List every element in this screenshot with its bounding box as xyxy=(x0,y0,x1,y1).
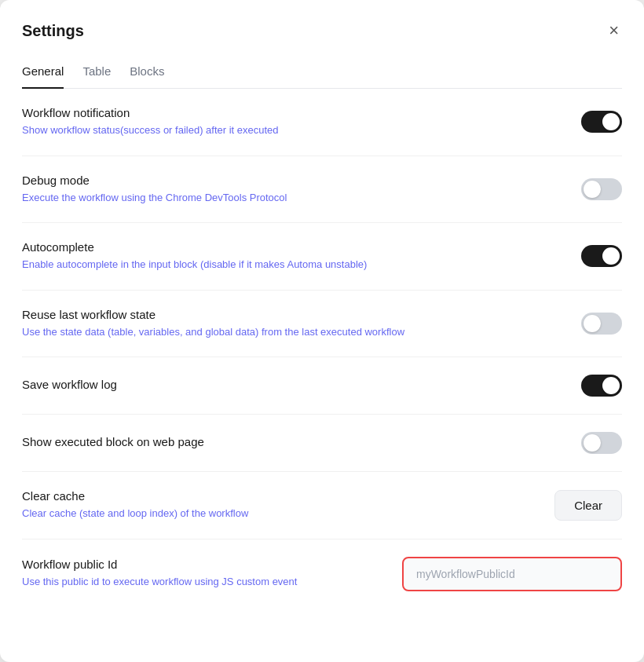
toggle-container-show-executed-block xyxy=(581,432,622,454)
modal-header: Settings × xyxy=(22,19,622,42)
toggle-slider-debug-mode xyxy=(581,178,622,200)
setting-title-workflow-public-id: Workflow public Id xyxy=(22,558,383,571)
setting-desc-debug-mode: Execute the workflow using the Chrome De… xyxy=(22,190,562,206)
setting-title-show-executed-block: Show executed block on web page xyxy=(22,435,562,448)
tab-blocks[interactable]: Blocks xyxy=(130,58,164,89)
setting-row-debug-mode: Debug mode Execute the workflow using th… xyxy=(22,156,622,224)
toggle-show-executed-block[interactable] xyxy=(581,432,622,454)
setting-info-debug-mode: Debug mode Execute the workflow using th… xyxy=(22,174,581,206)
setting-info-show-executed-block: Show executed block on web page xyxy=(22,435,581,452)
setting-row-autocomplete: Autocomplete Enable autocomplete in the … xyxy=(22,223,622,291)
setting-desc-reuse-last-workflow-state: Use the state data (table, variables, an… xyxy=(22,324,562,340)
setting-row-clear-cache: Clear cache Clear cache (state and loop … xyxy=(22,472,622,539)
tab-general[interactable]: General xyxy=(22,58,64,89)
tab-table[interactable]: Table xyxy=(82,58,111,89)
setting-row-show-executed-block: Show executed block on web page xyxy=(22,415,622,472)
setting-title-reuse-last-workflow-state: Reuse last workflow state xyxy=(22,308,562,321)
modal-title: Settings xyxy=(22,22,84,40)
toggle-slider-save-workflow-log xyxy=(581,375,622,397)
toggle-slider-show-executed-block xyxy=(581,432,622,454)
toggle-container-workflow-notification xyxy=(581,111,622,133)
settings-modal: Settings × General Table Blocks Workflow… xyxy=(0,0,644,662)
toggle-container-autocomplete xyxy=(581,245,622,267)
clear-cache-button[interactable]: Clear xyxy=(554,490,622,521)
setting-desc-workflow-notification: Show workflow status(success or failed) … xyxy=(22,123,562,138)
setting-title-save-workflow-log: Save workflow log xyxy=(22,378,562,391)
setting-row-save-workflow-log: Save workflow log xyxy=(22,357,622,415)
workflow-public-id-input[interactable] xyxy=(402,557,622,591)
setting-row-workflow-notification: Workflow notification Show workflow stat… xyxy=(22,89,622,156)
settings-list: Workflow notification Show workflow stat… xyxy=(22,89,622,609)
toggle-container-debug-mode xyxy=(581,178,622,200)
setting-info-clear-cache: Clear cache Clear cache (state and loop … xyxy=(22,489,554,521)
toggle-save-workflow-log[interactable] xyxy=(581,375,622,397)
toggle-workflow-notification[interactable] xyxy=(581,111,622,133)
setting-info-save-workflow-log: Save workflow log xyxy=(22,378,581,394)
setting-title-debug-mode: Debug mode xyxy=(22,174,562,187)
toggle-reuse-last-workflow-state[interactable] xyxy=(581,313,622,335)
toggle-slider-autocomplete xyxy=(581,245,622,267)
toggle-container-save-workflow-log xyxy=(581,375,622,397)
toggle-slider-reuse-last-workflow-state xyxy=(581,313,622,335)
close-button[interactable]: × xyxy=(606,19,622,42)
toggle-container-reuse-last-workflow-state xyxy=(581,313,622,335)
setting-desc-workflow-public-id: Use this public id to execute workflow u… xyxy=(22,574,383,590)
tabs-container: General Table Blocks xyxy=(22,58,622,89)
setting-row-reuse-last-workflow-state: Reuse last workflow state Use the state … xyxy=(22,291,622,358)
setting-title-clear-cache: Clear cache xyxy=(22,489,536,503)
setting-row-workflow-public-id: Workflow public Id Use this public id to… xyxy=(22,539,622,609)
setting-desc-clear-cache: Clear cache (state and loop index) of th… xyxy=(22,506,536,521)
toggle-debug-mode[interactable] xyxy=(581,178,622,200)
setting-info-workflow-notification: Workflow notification Show workflow stat… xyxy=(22,106,581,138)
setting-info-autocomplete: Autocomplete Enable autocomplete in the … xyxy=(22,240,581,272)
setting-title-workflow-notification: Workflow notification xyxy=(22,106,562,119)
setting-info-reuse-last-workflow-state: Reuse last workflow state Use the state … xyxy=(22,308,581,340)
toggle-autocomplete[interactable] xyxy=(581,245,622,267)
setting-title-autocomplete: Autocomplete xyxy=(22,240,562,254)
toggle-slider-workflow-notification xyxy=(581,111,622,133)
setting-info-workflow-public-id: Workflow public Id Use this public id to… xyxy=(22,558,402,590)
setting-desc-autocomplete: Enable autocomplete in the input block (… xyxy=(22,257,562,272)
